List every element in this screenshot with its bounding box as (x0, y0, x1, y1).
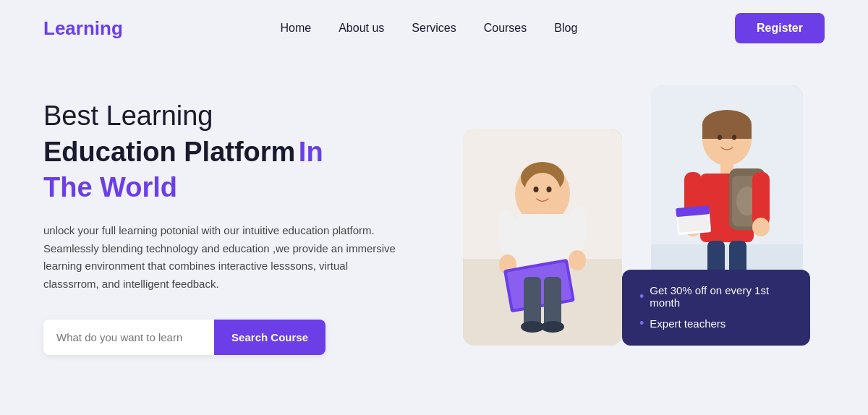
svg-point-24 (718, 135, 722, 140)
svg-point-18 (541, 321, 564, 333)
hero-title-bold: Education Platform (43, 137, 295, 167)
svg-point-12 (569, 250, 586, 270)
logo[interactable]: Learning (43, 17, 123, 40)
person-1-svg (463, 129, 622, 346)
nav-courses[interactable]: Courses (484, 22, 527, 34)
svg-rect-16 (544, 277, 561, 328)
hero-description: unlock your full learning potonial with … (43, 222, 398, 294)
hero-section: Best Learning Education Platform In The … (0, 56, 868, 415)
nav-home[interactable]: Home (280, 22, 311, 34)
nav-blog[interactable]: Blog (554, 22, 577, 34)
hero-content: Best Learning Education Platform In The … (43, 85, 427, 355)
register-button[interactable]: Register (735, 13, 825, 43)
nav-about[interactable]: About us (339, 22, 384, 34)
svg-point-5 (524, 173, 561, 212)
svg-point-25 (732, 135, 736, 140)
hero-images: Get 30% off on every 1st month Expert te… (427, 85, 825, 389)
navbar: Learning Home About us Services Courses … (0, 0, 868, 56)
promo-list: Get 30% off on every 1st month Expert te… (639, 284, 793, 331)
svg-point-6 (534, 187, 539, 192)
svg-point-34 (752, 218, 770, 236)
svg-point-7 (547, 187, 552, 192)
promo-card: Get 30% off on every 1st month Expert te… (622, 270, 810, 346)
search-input[interactable] (43, 320, 214, 355)
hero-title-accent: In (299, 137, 323, 167)
svg-rect-15 (524, 277, 541, 328)
hero-subtitle: Best Learning (43, 100, 427, 133)
promo-item-1: Get 30% off on every 1st month (639, 284, 793, 309)
search-bar: Search Course (43, 320, 326, 355)
promo-item-2: Expert teachers (639, 316, 793, 331)
svg-rect-23 (702, 124, 752, 139)
hero-title: Education Platform In (43, 136, 427, 169)
hero-title-line2: The World (43, 171, 427, 205)
hero-image-1 (463, 129, 622, 346)
search-button[interactable]: Search Course (214, 320, 326, 355)
nav-services[interactable]: Services (412, 22, 456, 34)
svg-point-17 (521, 321, 544, 333)
nav-links: Home About us Services Courses Blog (280, 22, 577, 35)
